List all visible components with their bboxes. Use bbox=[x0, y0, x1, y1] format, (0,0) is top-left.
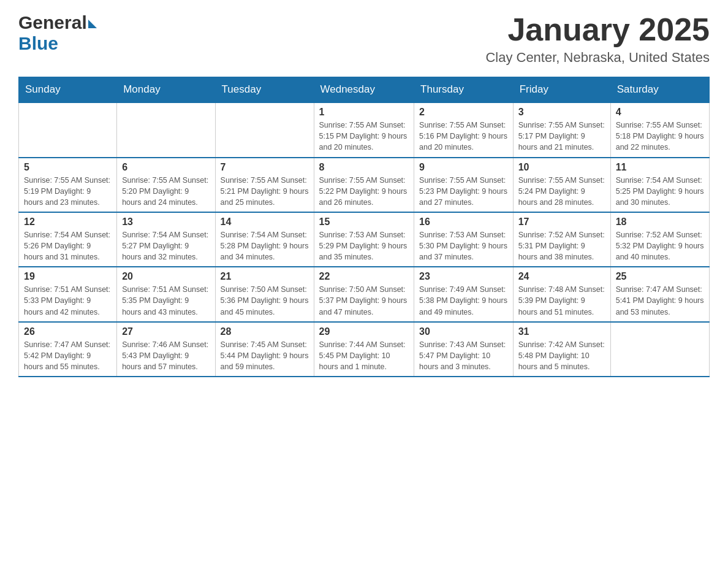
weekday-header-wednesday: Wednesday bbox=[314, 77, 414, 103]
day-info: Sunrise: 7:55 AM Sunset: 5:21 PM Dayligh… bbox=[221, 175, 309, 208]
day-info: Sunrise: 7:54 AM Sunset: 5:25 PM Dayligh… bbox=[616, 175, 704, 208]
day-number: 30 bbox=[419, 326, 508, 337]
day-number: 25 bbox=[616, 271, 704, 282]
calendar-cell: 6Sunrise: 7:55 AM Sunset: 5:20 PM Daylig… bbox=[117, 158, 215, 212]
day-number: 12 bbox=[24, 216, 112, 228]
day-number: 13 bbox=[122, 216, 210, 228]
day-number: 17 bbox=[518, 216, 605, 228]
weekday-header-row: SundayMondayTuesdayWednesdayThursdayFrid… bbox=[19, 77, 710, 103]
day-info: Sunrise: 7:54 AM Sunset: 5:26 PM Dayligh… bbox=[24, 229, 112, 262]
day-info: Sunrise: 7:46 AM Sunset: 5:43 PM Dayligh… bbox=[122, 339, 210, 372]
day-info: Sunrise: 7:49 AM Sunset: 5:38 PM Dayligh… bbox=[419, 284, 508, 317]
day-number: 8 bbox=[319, 162, 409, 173]
calendar-cell: 15Sunrise: 7:53 AM Sunset: 5:29 PM Dayli… bbox=[314, 212, 414, 267]
weekday-header-thursday: Thursday bbox=[414, 77, 514, 103]
day-number: 24 bbox=[518, 271, 605, 282]
weekday-header-tuesday: Tuesday bbox=[215, 77, 314, 103]
day-number: 7 bbox=[221, 162, 309, 173]
day-info: Sunrise: 7:55 AM Sunset: 5:17 PM Dayligh… bbox=[518, 120, 605, 153]
calendar-cell: 1Sunrise: 7:55 AM Sunset: 5:15 PM Daylig… bbox=[314, 102, 414, 157]
day-number: 9 bbox=[419, 162, 508, 173]
day-info: Sunrise: 7:52 AM Sunset: 5:31 PM Dayligh… bbox=[518, 229, 605, 262]
title-block: January 2025 Clay Center, Nebraska, Unit… bbox=[485, 12, 710, 66]
day-number: 16 bbox=[419, 216, 508, 228]
calendar-week-1: 1Sunrise: 7:55 AM Sunset: 5:15 PM Daylig… bbox=[19, 102, 710, 157]
calendar-cell: 30Sunrise: 7:43 AM Sunset: 5:47 PM Dayli… bbox=[414, 322, 514, 377]
day-info: Sunrise: 7:50 AM Sunset: 5:36 PM Dayligh… bbox=[221, 284, 309, 317]
day-number: 22 bbox=[319, 271, 409, 282]
day-info: Sunrise: 7:55 AM Sunset: 5:20 PM Dayligh… bbox=[122, 175, 210, 208]
calendar-table: SundayMondayTuesdayWednesdayThursdayFrid… bbox=[18, 77, 710, 377]
calendar-cell: 12Sunrise: 7:54 AM Sunset: 5:26 PM Dayli… bbox=[19, 212, 117, 267]
day-info: Sunrise: 7:53 AM Sunset: 5:29 PM Dayligh… bbox=[319, 229, 409, 262]
calendar-week-4: 19Sunrise: 7:51 AM Sunset: 5:33 PM Dayli… bbox=[19, 267, 710, 321]
calendar-cell: 9Sunrise: 7:55 AM Sunset: 5:23 PM Daylig… bbox=[414, 158, 514, 212]
day-number: 28 bbox=[221, 326, 309, 337]
day-number: 2 bbox=[419, 107, 508, 118]
calendar-cell: 24Sunrise: 7:48 AM Sunset: 5:39 PM Dayli… bbox=[513, 267, 610, 321]
weekday-header-saturday: Saturday bbox=[610, 77, 709, 103]
logo-arrow-icon bbox=[88, 20, 97, 28]
day-info: Sunrise: 7:47 AM Sunset: 5:41 PM Dayligh… bbox=[616, 284, 704, 317]
day-number: 14 bbox=[221, 216, 309, 228]
day-info: Sunrise: 7:51 AM Sunset: 5:35 PM Dayligh… bbox=[122, 284, 210, 317]
day-number: 6 bbox=[122, 162, 210, 173]
calendar-cell: 14Sunrise: 7:54 AM Sunset: 5:28 PM Dayli… bbox=[215, 212, 314, 267]
day-info: Sunrise: 7:48 AM Sunset: 5:39 PM Dayligh… bbox=[518, 284, 605, 317]
day-number: 27 bbox=[122, 326, 210, 337]
day-info: Sunrise: 7:54 AM Sunset: 5:27 PM Dayligh… bbox=[122, 229, 210, 262]
calendar-cell: 22Sunrise: 7:50 AM Sunset: 5:37 PM Dayli… bbox=[314, 267, 414, 321]
calendar-cell: 18Sunrise: 7:52 AM Sunset: 5:32 PM Dayli… bbox=[610, 212, 709, 267]
day-info: Sunrise: 7:50 AM Sunset: 5:37 PM Dayligh… bbox=[319, 284, 409, 317]
day-info: Sunrise: 7:47 AM Sunset: 5:42 PM Dayligh… bbox=[24, 339, 112, 372]
calendar-cell: 27Sunrise: 7:46 AM Sunset: 5:43 PM Dayli… bbox=[117, 322, 215, 377]
calendar-cell bbox=[117, 102, 215, 157]
calendar-cell: 11Sunrise: 7:54 AM Sunset: 5:25 PM Dayli… bbox=[610, 158, 709, 212]
weekday-header-monday: Monday bbox=[117, 77, 215, 103]
day-number: 29 bbox=[319, 326, 409, 337]
day-info: Sunrise: 7:55 AM Sunset: 5:16 PM Dayligh… bbox=[419, 120, 508, 153]
calendar-cell: 10Sunrise: 7:55 AM Sunset: 5:24 PM Dayli… bbox=[513, 158, 610, 212]
day-info: Sunrise: 7:55 AM Sunset: 5:15 PM Dayligh… bbox=[319, 120, 409, 153]
day-info: Sunrise: 7:51 AM Sunset: 5:33 PM Dayligh… bbox=[24, 284, 112, 317]
calendar-cell: 29Sunrise: 7:44 AM Sunset: 5:45 PM Dayli… bbox=[314, 322, 414, 377]
day-number: 20 bbox=[122, 271, 210, 282]
weekday-header-sunday: Sunday bbox=[19, 77, 117, 103]
calendar-cell: 17Sunrise: 7:52 AM Sunset: 5:31 PM Dayli… bbox=[513, 212, 610, 267]
day-info: Sunrise: 7:42 AM Sunset: 5:48 PM Dayligh… bbox=[518, 339, 605, 372]
calendar-cell: 4Sunrise: 7:55 AM Sunset: 5:18 PM Daylig… bbox=[610, 102, 709, 157]
day-info: Sunrise: 7:54 AM Sunset: 5:28 PM Dayligh… bbox=[221, 229, 309, 262]
day-number: 3 bbox=[518, 107, 605, 118]
day-number: 11 bbox=[616, 162, 704, 173]
calendar-cell: 2Sunrise: 7:55 AM Sunset: 5:16 PM Daylig… bbox=[414, 102, 514, 157]
calendar-cell bbox=[610, 322, 709, 377]
logo-blue-text: Blue bbox=[18, 33, 58, 54]
logo-general-text: General bbox=[18, 12, 87, 33]
weekday-header-friday: Friday bbox=[513, 77, 610, 103]
calendar-cell: 8Sunrise: 7:55 AM Sunset: 5:22 PM Daylig… bbox=[314, 158, 414, 212]
calendar-cell bbox=[19, 102, 117, 157]
day-number: 26 bbox=[24, 326, 112, 337]
day-info: Sunrise: 7:52 AM Sunset: 5:32 PM Dayligh… bbox=[616, 229, 704, 262]
calendar-week-2: 5Sunrise: 7:55 AM Sunset: 5:19 PM Daylig… bbox=[19, 158, 710, 212]
calendar-cell: 13Sunrise: 7:54 AM Sunset: 5:27 PM Dayli… bbox=[117, 212, 215, 267]
day-info: Sunrise: 7:45 AM Sunset: 5:44 PM Dayligh… bbox=[221, 339, 309, 372]
day-number: 19 bbox=[24, 271, 112, 282]
day-number: 5 bbox=[24, 162, 112, 173]
day-number: 1 bbox=[319, 107, 409, 118]
calendar-cell: 23Sunrise: 7:49 AM Sunset: 5:38 PM Dayli… bbox=[414, 267, 514, 321]
page-header: General Blue January 2025 Clay Center, N… bbox=[18, 12, 710, 66]
day-info: Sunrise: 7:55 AM Sunset: 5:19 PM Dayligh… bbox=[24, 175, 112, 208]
day-info: Sunrise: 7:55 AM Sunset: 5:24 PM Dayligh… bbox=[518, 175, 605, 208]
day-number: 23 bbox=[419, 271, 508, 282]
calendar-cell: 31Sunrise: 7:42 AM Sunset: 5:48 PM Dayli… bbox=[513, 322, 610, 377]
calendar-week-5: 26Sunrise: 7:47 AM Sunset: 5:42 PM Dayli… bbox=[19, 322, 710, 377]
calendar-cell: 7Sunrise: 7:55 AM Sunset: 5:21 PM Daylig… bbox=[215, 158, 314, 212]
calendar-cell: 5Sunrise: 7:55 AM Sunset: 5:19 PM Daylig… bbox=[19, 158, 117, 212]
day-number: 18 bbox=[616, 216, 704, 228]
day-info: Sunrise: 7:43 AM Sunset: 5:47 PM Dayligh… bbox=[419, 339, 508, 372]
day-number: 4 bbox=[616, 107, 704, 118]
day-number: 10 bbox=[518, 162, 605, 173]
day-info: Sunrise: 7:53 AM Sunset: 5:30 PM Dayligh… bbox=[419, 229, 508, 262]
calendar-cell: 16Sunrise: 7:53 AM Sunset: 5:30 PM Dayli… bbox=[414, 212, 514, 267]
